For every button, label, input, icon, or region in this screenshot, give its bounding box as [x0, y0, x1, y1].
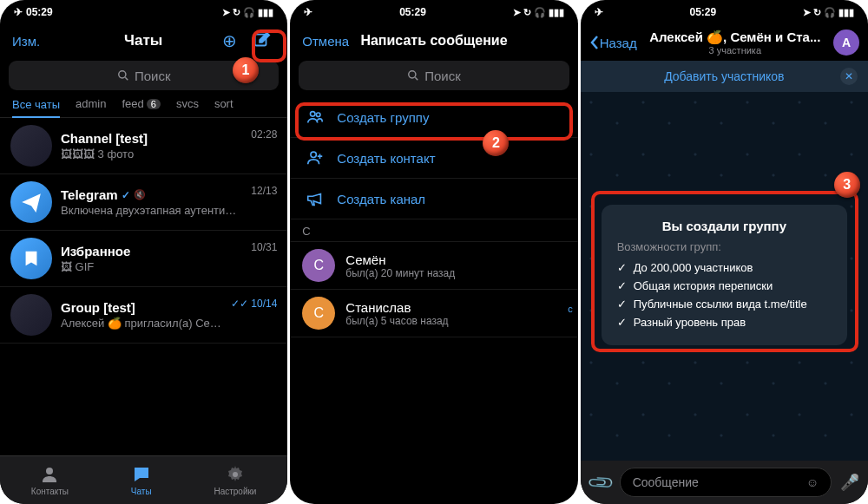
- gps-icon: ➤: [222, 7, 230, 18]
- card-item: ✓До 200,000 участников: [617, 259, 832, 277]
- add-members-bar[interactable]: Добавить участников ✕: [581, 61, 868, 92]
- attach-icon[interactable]: 📎: [585, 468, 615, 498]
- tab-sort[interactable]: sort: [214, 97, 233, 110]
- tab-all[interactable]: Все чаты: [12, 98, 60, 118]
- chat-avatar: [10, 181, 52, 223]
- chat-title-area[interactable]: Алексей 🍊, Семён и Ста... 3 участника: [642, 29, 828, 56]
- chat-background: Вы создали группу Возможности групп: ✓До…: [581, 92, 868, 461]
- page-title: Чаты: [124, 32, 162, 49]
- cancel-button[interactable]: Отмена: [302, 34, 354, 49]
- back-button[interactable]: Назад: [589, 35, 637, 50]
- sticker-icon[interactable]: ☺: [806, 475, 819, 489]
- nav-settings[interactable]: Настройки: [214, 464, 256, 496]
- index-letter[interactable]: с: [568, 304, 573, 314]
- contact-name: Семён: [345, 252, 455, 267]
- screen-chats: ✈︎05:29 ➤↻🎧▮▮▮ Изм. Чаты ⊕ Поиск Все чат…: [0, 0, 287, 504]
- page-title: Написать сообщение: [360, 33, 507, 49]
- contact-avatar: С: [302, 249, 335, 282]
- group-avatar[interactable]: А: [833, 29, 859, 56]
- bottom-nav: Контакты Чаты Настройки: [0, 455, 287, 504]
- callout-1: 1: [233, 57, 259, 83]
- chat-row[interactable]: Channel [test]🖼🖼🖼 3 фото 02:28: [0, 118, 287, 174]
- nav-chats[interactable]: Чаты: [131, 464, 152, 496]
- chat-time: 10/31: [251, 241, 277, 253]
- chat-preview: 🖼🖼🖼 3 фото: [61, 147, 242, 160]
- status-time: 05:29: [26, 6, 53, 18]
- nav-contacts[interactable]: Контакты: [31, 464, 69, 496]
- chat-row[interactable]: Group [test]Алексей 🍊 пригласил(а) Семён…: [0, 287, 287, 344]
- create-channel-button[interactable]: Создать канал: [290, 179, 577, 219]
- chat-row[interactable]: Избранное🖼 GIF 10/31: [0, 231, 287, 287]
- airplane-icon: ✈︎: [304, 6, 312, 18]
- svg-point-4: [409, 71, 416, 78]
- chat-title: Алексей 🍊, Семён и Ста...: [642, 29, 828, 45]
- card-subtitle: Возможности групп:: [617, 240, 832, 253]
- chat-name: Избранное: [61, 244, 242, 259]
- tab-admin[interactable]: admin: [76, 97, 106, 110]
- contact-status: был(а) 5 часов назад: [345, 315, 448, 327]
- edit-button[interactable]: Изм.: [12, 34, 64, 49]
- chat-avatar: [10, 125, 52, 167]
- contact-name: Станислав: [345, 300, 448, 315]
- chat-avatar: [10, 238, 52, 279]
- section-header: С: [290, 219, 577, 242]
- airplane-icon: ✈︎: [14, 6, 23, 18]
- status-time: 05:29: [689, 6, 716, 18]
- svg-point-1: [119, 71, 126, 78]
- contact-row[interactable]: С Станиславбыл(а) 5 часов назад: [290, 290, 577, 337]
- compose-button[interactable]: [247, 27, 275, 55]
- create-group-button[interactable]: Создать группу: [290, 97, 577, 138]
- search-input[interactable]: Поиск: [299, 61, 569, 90]
- contact-avatar: С: [302, 297, 335, 330]
- chat-time: 12/13: [251, 185, 277, 197]
- chat-time: 02:28: [251, 128, 277, 141]
- header: Изм. Чаты ⊕: [0, 24, 287, 57]
- chat-preview: 🖼 GIF: [61, 260, 242, 273]
- screen-group-created: ✈︎ 05:29 ➤↻🎧▮▮▮ Назад Алексей 🍊, Семён и…: [581, 0, 868, 504]
- search-placeholder: Поиск: [424, 69, 461, 83]
- chat-subtitle: 3 участника: [642, 45, 828, 56]
- feed-badge: 6: [147, 99, 161, 109]
- svg-point-6: [317, 113, 321, 117]
- contact-row[interactable]: С Семёнбыл(а) 20 минут назад: [290, 242, 577, 290]
- svg-point-5: [311, 112, 316, 117]
- verified-icon: ✓: [122, 189, 130, 201]
- status-bar: ✈︎ 05:29 ➤↻🎧▮▮▮: [290, 0, 577, 24]
- create-contact-button[interactable]: Создать контакт: [290, 138, 577, 179]
- mute-icon: 🔇: [134, 189, 146, 200]
- svg-point-7: [311, 152, 316, 157]
- screen-compose: ✈︎ 05:29 ➤↻🎧▮▮▮ Отмена Написать сообщени…: [290, 0, 577, 504]
- card-item: ✓Общая история переписки: [617, 277, 832, 295]
- info-card: Вы создали группу Возможности групп: ✓До…: [602, 205, 847, 345]
- contact-status: был(а) 20 минут назад: [345, 267, 455, 279]
- status-bar: ✈︎05:29 ➤↻🎧▮▮▮: [0, 0, 287, 24]
- chat-avatar: [10, 294, 52, 336]
- svg-point-2: [46, 468, 53, 475]
- status-time: 05:29: [399, 6, 426, 18]
- headset-icon: 🎧: [243, 7, 255, 18]
- tab-feed[interactable]: feed6: [122, 97, 160, 110]
- new-folder-icon[interactable]: ⊕: [222, 30, 237, 51]
- chat-name: Telegram: [61, 187, 118, 202]
- tab-svcs[interactable]: svcs: [176, 97, 199, 110]
- chat-row[interactable]: Telegram ✓ 🔇Включена двухэтапная аутенти…: [0, 174, 287, 231]
- mic-icon[interactable]: 🎤: [840, 473, 859, 492]
- header: Отмена Написать сообщение: [290, 24, 577, 57]
- battery-icon: ▮▮▮: [258, 7, 273, 18]
- airplane-icon: ✈︎: [595, 6, 603, 18]
- message-input[interactable]: Сообщение ☺: [620, 468, 832, 497]
- card-title: Вы создали группу: [617, 219, 832, 233]
- message-input-bar: 📎 Сообщение ☺ 🎤: [581, 461, 868, 504]
- close-icon[interactable]: ✕: [840, 68, 858, 85]
- chat-preview: Включена двухэтапная аутентификация! Але…: [61, 204, 242, 217]
- chat-name: Channel [test]: [61, 131, 242, 146]
- callout-3: 3: [834, 172, 860, 198]
- chat-name: Group [test]: [61, 300, 222, 315]
- chat-preview: Алексей 🍊 пригласил(а) Семён: [61, 317, 222, 330]
- folder-tabs: Все чаты admin feed6 svcs sort: [0, 97, 287, 118]
- chat-time: ✓✓ 10/14: [231, 298, 277, 310]
- search-placeholder: Поиск: [135, 69, 171, 83]
- sync-icon: ↻: [233, 7, 240, 18]
- chat-header: Назад Алексей 🍊, Семён и Ста... 3 участн…: [581, 24, 868, 61]
- status-bar: ✈︎ 05:29 ➤↻🎧▮▮▮: [581, 0, 868, 24]
